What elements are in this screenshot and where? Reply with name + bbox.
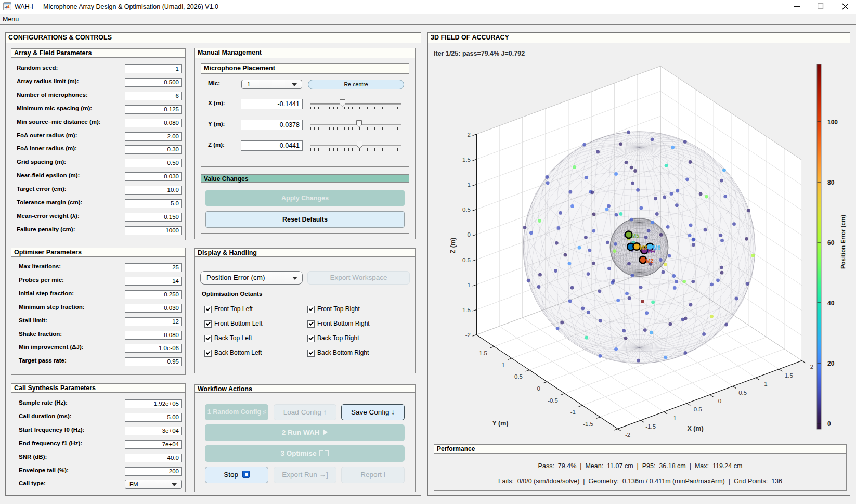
- svg-text:1: 1: [502, 362, 505, 368]
- svg-text:-2: -2: [625, 432, 630, 438]
- svg-text:0: 0: [718, 398, 721, 404]
- svg-text:-1: -1: [671, 415, 676, 421]
- svg-text:Position Error (cm): Position Error (cm): [840, 215, 846, 269]
- svg-text:1.5: 1.5: [462, 157, 471, 163]
- svg-text:0: 0: [468, 231, 471, 238]
- svg-text:0: 0: [537, 385, 540, 392]
- svg-text:100: 100: [827, 119, 838, 126]
- svg-text:1.5: 1.5: [785, 372, 793, 379]
- svg-text:M2: M2: [646, 257, 654, 264]
- svg-text:0.5: 0.5: [462, 206, 471, 213]
- svg-text:-0.5: -0.5: [692, 406, 702, 412]
- svg-text:80: 80: [827, 179, 835, 186]
- svg-text:-0.5: -0.5: [460, 257, 471, 263]
- svg-text:0: 0: [827, 420, 831, 428]
- svg-text:-1.5: -1.5: [645, 423, 656, 430]
- svg-text:Z (m): Z (m): [449, 238, 457, 254]
- svg-text:40: 40: [827, 300, 835, 307]
- svg-text:1: 1: [468, 182, 471, 188]
- svg-text:-1: -1: [465, 282, 471, 288]
- svg-text:-1.5: -1.5: [583, 421, 593, 427]
- svg-text:X (m): X (m): [687, 425, 703, 432]
- svg-text:M5: M5: [632, 232, 640, 239]
- svg-text:0.5: 0.5: [738, 390, 747, 396]
- svg-text:Y (m): Y (m): [492, 420, 508, 427]
- svg-text:-1.5: -1.5: [460, 307, 471, 313]
- svg-text:-0.5: -0.5: [548, 397, 558, 404]
- svg-text:1.5: 1.5: [479, 350, 487, 356]
- svg-text:M6: M6: [653, 244, 661, 251]
- svg-text:M3: M3: [640, 244, 647, 251]
- svg-text:0.5: 0.5: [514, 373, 523, 380]
- svg-text:-2: -2: [465, 332, 471, 338]
- svg-text:2: 2: [810, 364, 813, 370]
- svg-text:-1: -1: [570, 409, 576, 415]
- svg-text:1: 1: [764, 381, 767, 387]
- svg-text:60: 60: [827, 239, 835, 247]
- svg-text:20: 20: [827, 360, 835, 367]
- svg-text:2: 2: [468, 132, 471, 138]
